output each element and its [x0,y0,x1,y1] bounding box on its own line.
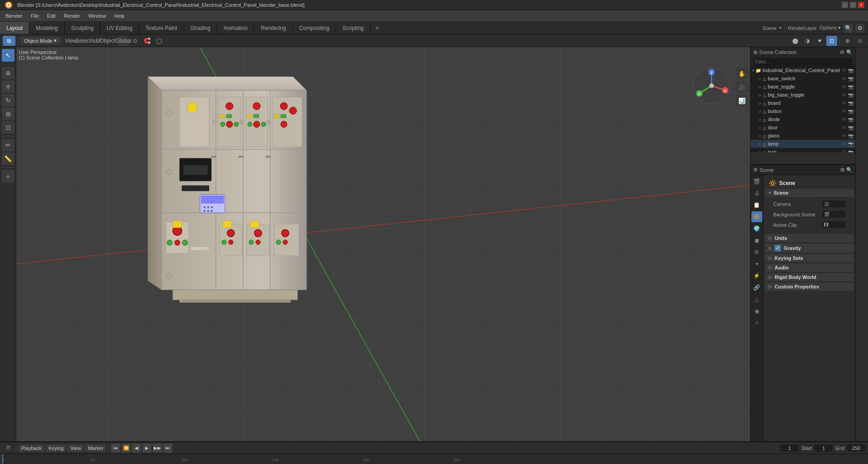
background-scene-value[interactable]: 🎬 [822,211,845,218]
gravity-sub-header[interactable]: ▷ ✓ Gravity [765,244,853,253]
pivot-btn[interactable]: ⊙ [130,36,141,46]
view-layer-select[interactable]: ▾ [779,25,782,31]
menu-file[interactable]: File [27,12,43,20]
end-frame-input[interactable]: 250 [847,444,865,452]
cursor-tool[interactable]: ⊕ [2,67,15,79]
select-menu[interactable]: Select [78,36,88,46]
transform-tool[interactable]: ⊡ [2,121,15,134]
menu-blender[interactable]: Blender [2,12,26,20]
options-button[interactable]: Options ▾ [819,25,841,31]
filter-button[interactable]: ⚙ [855,24,864,33]
props-particles-icon[interactable]: ✦ [751,259,762,269]
props-constraints-icon[interactable]: 🔗 [751,282,762,293]
marker-dropdown[interactable]: Marker [85,444,106,452]
outliner-search-input[interactable] [753,58,853,65]
play-btn[interactable]: ▶ [142,444,151,453]
timeline-ruler[interactable]: 1 50 100 150 200 250 [0,454,868,464]
tab-layout[interactable]: Layout [0,22,29,34]
outliner-item-big-base-toggle[interactable]: ▷ △ big_base_toggle 👁📷 [751,91,855,99]
props-shaderfx-icon[interactable]: ✧ [751,317,762,328]
tab-sculpting[interactable]: Sculpting [65,22,100,34]
outliner-item-board[interactable]: ▷ △ board 👁📷 [751,99,855,107]
props-world-icon[interactable]: 🌍 [751,223,762,234]
hand-tool[interactable]: ✋ [736,68,748,79]
annotate-tool[interactable]: ✏ [2,139,15,151]
object-mode-dropdown[interactable]: Object Mode ▾ [20,37,60,44]
playback-dropdown[interactable]: Playback [19,444,44,452]
view-menu[interactable]: View [65,36,76,46]
proportional-btn[interactable]: ◯ [153,36,164,46]
props-filter-btn[interactable]: ⊞ [840,167,844,173]
outliner-filter-btn[interactable]: ⚙ [840,49,844,55]
audio-sub-header[interactable]: ▷ Audio [765,264,853,272]
outliner-item-glass[interactable]: ▷ △ glass 👁📷 [751,132,855,140]
scene-sub-header[interactable]: ▾ Scene [765,189,853,197]
viewport-shading-rendered[interactable]: ☀ [814,36,825,46]
xray-btn[interactable]: ⎚ [854,36,865,46]
props-modifier-icon[interactable]: ⚙ [751,247,762,258]
keying-sets-sub-header[interactable]: ▷ Keying Sets [765,254,853,262]
outliner-item-door[interactable]: ▷ △ door 👁📷 [751,123,855,132]
props-search-btn[interactable]: 🔍 [846,167,853,173]
search-button[interactable]: 🔍 [844,24,853,33]
camera-value[interactable]: 🎥 [822,200,845,207]
renderlayer-select[interactable]: RenderLayer [788,25,817,31]
go-end-btn[interactable]: ⏭ [163,444,172,453]
start-frame-input[interactable]: 1 [814,444,833,452]
viewport-shading-solid[interactable]: ⬤ [790,36,800,46]
object-menu[interactable]: Object [102,36,113,46]
measure-tool[interactable]: 📏 [2,152,15,165]
jump-back-btn[interactable]: ⏪ [122,444,131,453]
tab-modeling[interactable]: Modeling [29,22,65,34]
props-object-icon[interactable]: ◼ [751,235,762,246]
outliner-item-base-toggle[interactable]: ▷ △ base_toggle 👁📷 [751,83,855,91]
props-scene-icon[interactable]: 🔆 [751,211,762,222]
add-workspace-button[interactable]: + [371,22,384,34]
add-menu[interactable]: Add [90,36,101,46]
select-tool[interactable]: ↖ [2,49,15,62]
editor-type-button[interactable]: ⊞ [3,36,15,46]
tab-rendering[interactable]: Rendering [254,22,293,34]
props-view-layer-icon[interactable]: 📋 [751,200,762,210]
keying-dropdown[interactable]: Keying [46,444,67,452]
outliner-item-button[interactable]: ▷ △ button 👁📷 [751,107,855,115]
maximize-button[interactable]: □ [850,2,856,8]
props-output-icon[interactable]: 🖨 [751,188,762,199]
tab-scripting[interactable]: Scripting [336,22,371,34]
view-dropdown[interactable]: View [68,444,84,452]
add-object-tool[interactable]: + [2,170,15,183]
custom-props-sub-header[interactable]: ▷ Custom Properties [765,283,853,291]
active-clip-value[interactable]: 🎞 [822,221,845,228]
move-tool[interactable]: ✛ [2,80,15,93]
snap-btn[interactable]: 🧲 [141,36,152,46]
outliner-item-lamp[interactable]: ▷ △ lamp 👁📷 [751,140,855,148]
menu-help[interactable]: Help [111,12,128,20]
global-transform-btn[interactable]: Global [118,36,129,46]
viewport-3d[interactable]: User Perspective (1) Scene Collection | … [16,47,750,441]
menu-render[interactable]: Render [60,12,84,20]
collection-root[interactable]: ▾ 📁 Industrial_Electrical_Control_Panel … [751,66,855,74]
props-data-icon[interactable]: △ [751,294,762,305]
units-sub-header[interactable]: ▷ Units [765,234,853,242]
close-button[interactable]: ✕ [858,2,864,8]
props-material-icon[interactable]: ◉ [751,306,762,317]
tab-compositing[interactable]: Compositing [293,22,336,34]
render-preview-btn[interactable]: 📊 [736,95,748,107]
scene-select[interactable]: Scene [762,25,776,31]
overlays-btn[interactable]: ⊕ [842,36,853,46]
tab-shading[interactable]: Shading [184,22,217,34]
props-physics-icon[interactable]: ⚡ [751,270,762,281]
scale-tool[interactable]: ⊞ [2,107,15,120]
viewport-shading-material[interactable]: ◑ [802,36,813,46]
outliner-item-diode[interactable]: ▷ △ diode 👁📷 [751,115,855,123]
tab-uv-editing[interactable]: UV Editing [100,22,139,34]
current-frame-input[interactable]: 1 [780,444,799,452]
viewport-shading-wireframe[interactable]: ⊡ [826,36,837,46]
camera-view-btn[interactable]: 🎥 [736,81,748,93]
menu-window[interactable]: Window [85,12,110,20]
go-start-btn[interactable]: ⏮ [111,444,120,453]
view-gizmo[interactable]: Z X Y [691,65,732,106]
props-render-icon[interactable]: 🎬 [751,176,762,187]
timeline-editor-type[interactable]: ⏱ [3,443,14,453]
play-forward-btn[interactable]: ▶▶ [153,444,162,453]
